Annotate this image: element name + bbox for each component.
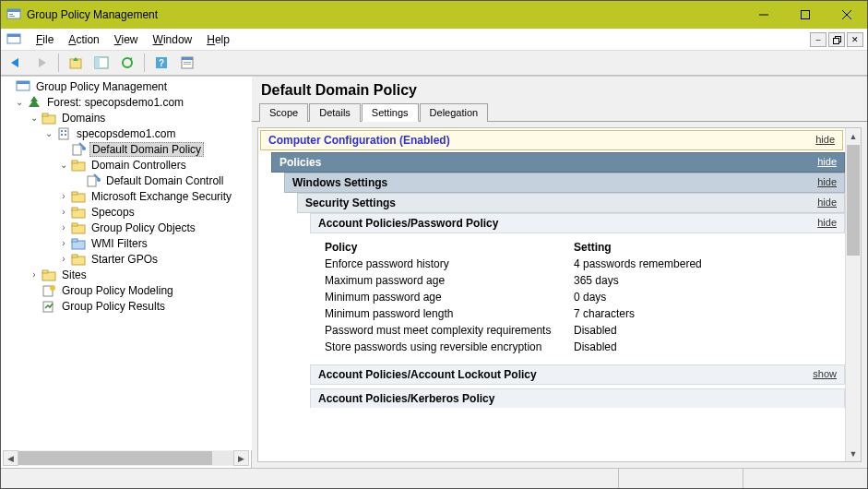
expand-icon[interactable]: ⌄	[58, 160, 69, 170]
tree-root[interactable]: Group Policy Management	[34, 80, 169, 93]
tree-starter[interactable]: Starter GPOs	[89, 253, 160, 266]
policy-value: 365 days	[574, 274, 845, 287]
scrollbar-thumb[interactable]	[847, 145, 860, 256]
expand-icon[interactable]: ›	[58, 222, 69, 233]
scroll-right-icon[interactable]: ▶	[233, 450, 249, 466]
tab-scope[interactable]: Scope	[259, 103, 308, 122]
navigation-tree[interactable]: ▾ Group Policy Management ⌄ Forest: spec…	[1, 77, 252, 450]
refresh-button[interactable]	[116, 52, 138, 74]
svg-rect-20	[184, 62, 191, 63]
mdi-restore-button[interactable]	[828, 32, 845, 47]
expand-icon[interactable]: ⌄	[14, 97, 25, 107]
policy-name: Minimum password age	[325, 291, 574, 304]
hide-link[interactable]: hide	[810, 153, 844, 172]
mdi-close-button[interactable]: ✕	[847, 32, 863, 47]
scroll-up-icon[interactable]: ▲	[846, 128, 861, 144]
hide-link[interactable]: hide	[810, 173, 844, 192]
svg-rect-40	[72, 208, 77, 210]
svg-rect-19	[182, 57, 193, 60]
svg-rect-9	[7, 34, 20, 37]
hide-link[interactable]: hide	[810, 194, 844, 212]
policy-value: 7 characters	[574, 307, 845, 320]
expand-icon[interactable]: ›	[58, 238, 69, 248]
expand-icon[interactable]: ›	[58, 254, 69, 264]
expand-icon[interactable]: ›	[58, 191, 69, 201]
tree-domain-controllers[interactable]: Domain Controllers	[89, 159, 188, 172]
ou-icon	[71, 158, 86, 173]
folder-icon	[71, 221, 86, 235]
svg-rect-30	[65, 134, 66, 136]
properties-button[interactable]	[176, 52, 198, 74]
tree-wmi[interactable]: WMI Filters	[89, 237, 149, 250]
tree-horizontal-scrollbar[interactable]: ◀ ▶	[3, 450, 249, 466]
svg-rect-29	[61, 134, 63, 136]
forward-button[interactable]	[30, 52, 53, 74]
svg-rect-25	[42, 113, 48, 116]
svg-rect-38	[72, 192, 77, 195]
expand-icon[interactable]: ›	[29, 269, 40, 280]
tree-gpresults[interactable]: Group Policy Results	[60, 300, 167, 313]
show-hide-tree-button[interactable]	[90, 52, 113, 74]
help-button[interactable]: ?	[150, 52, 172, 74]
svg-rect-26	[59, 128, 68, 139]
tab-settings[interactable]: Settings	[362, 103, 419, 122]
policy-value: Disabled	[574, 324, 845, 337]
svg-point-32	[82, 147, 86, 150]
section-policies: Policies	[272, 153, 810, 172]
gpm-root-icon	[16, 79, 30, 94]
menu-action[interactable]: Action	[61, 31, 106, 48]
hide-link[interactable]: hide	[810, 214, 844, 233]
policy-row: Enforce password history4 passwords reme…	[325, 256, 845, 272]
password-policy-table: Policy Setting Enforce password history4…	[325, 239, 845, 355]
hide-link[interactable]: hide	[808, 131, 842, 149]
maximize-button[interactable]	[784, 1, 826, 29]
tree-forest[interactable]: Forest: specopsdemo1.com	[45, 96, 185, 109]
svg-text:?: ?	[159, 58, 164, 68]
minimize-button[interactable]	[743, 1, 784, 29]
wmi-icon	[71, 236, 86, 251]
col-setting: Setting	[574, 241, 845, 254]
svg-rect-2	[9, 14, 13, 15]
tree-domain[interactable]: specopsdemo1.com	[75, 127, 177, 140]
tree-mes[interactable]: Microsoft Exchange Security	[89, 190, 233, 203]
tree-domains[interactable]: Domains	[60, 112, 107, 125]
svg-rect-44	[72, 239, 77, 242]
back-button[interactable]	[5, 52, 27, 74]
forest-icon	[27, 95, 42, 110]
expand-icon[interactable]: ⌄	[29, 113, 40, 123]
policy-name: Maximum password age	[325, 274, 574, 287]
domains-icon	[42, 111, 56, 125]
tree-default-domain-policy[interactable]: Default Domain Policy	[89, 142, 204, 157]
section-windows-settings: Windows Settings	[285, 173, 810, 192]
scroll-left-icon[interactable]: ◀	[3, 450, 18, 466]
vertical-scrollbar[interactable]: ▲ ▼	[845, 128, 861, 461]
mdi-minimize-button[interactable]: –	[810, 32, 826, 47]
tree-specops[interactable]: Specops	[89, 206, 137, 219]
tree-sites[interactable]: Sites	[60, 268, 89, 281]
svg-rect-51	[43, 302, 53, 312]
tree-gpmodeling[interactable]: Group Policy Modeling	[60, 284, 175, 297]
menu-help[interactable]: Help	[199, 31, 237, 48]
policy-row: Minimum password age0 days	[325, 289, 845, 305]
expand-icon[interactable]: ⌄	[43, 128, 54, 138]
expand-icon[interactable]: ›	[58, 207, 69, 217]
scroll-down-icon[interactable]: ▼	[846, 446, 861, 461]
show-link[interactable]: show	[805, 365, 844, 384]
tree-ddcp[interactable]: Default Domain Controll	[104, 174, 225, 187]
menu-file[interactable]: File	[29, 31, 61, 48]
section-password-policy: Account Policies/Password Policy	[311, 214, 810, 233]
menu-view[interactable]: View	[107, 31, 146, 48]
policy-name: Password must meet complexity requiremen…	[325, 324, 574, 337]
tab-delegation[interactable]: Delegation	[420, 103, 489, 122]
menu-window[interactable]: Window	[146, 31, 200, 48]
policy-row: Store passwords using reversible encrypt…	[325, 339, 845, 355]
up-button[interactable]	[65, 52, 87, 74]
svg-point-50	[50, 285, 55, 291]
svg-rect-11	[833, 38, 838, 43]
svg-rect-48	[42, 270, 48, 273]
svg-rect-27	[61, 130, 63, 132]
close-button[interactable]	[826, 1, 867, 29]
tab-details[interactable]: Details	[309, 103, 361, 122]
tree-gpo[interactable]: Group Policy Objects	[89, 221, 197, 234]
starter-icon	[71, 252, 86, 267]
